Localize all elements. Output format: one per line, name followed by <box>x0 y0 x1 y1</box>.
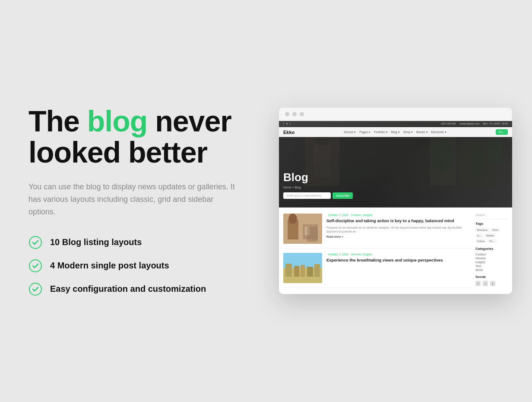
sidebar-tags-title: Tags <box>475 222 508 226</box>
blog-post-content-1: October 3, 2018 Creative, Insights Self-… <box>326 214 471 244</box>
svg-rect-18 <box>285 264 292 277</box>
nav-elements[interactable]: Elements ▾ <box>431 131 446 134</box>
nav-shop[interactable]: Shop ▾ <box>403 131 413 134</box>
feature-text-3: Easy configuration and customization <box>50 284 206 294</box>
sidebar-tags: Business Gear In... Mobile Online Po... <box>475 228 508 243</box>
browser-dot-red <box>285 112 289 116</box>
feature-item-3: Easy configuration and customization <box>28 282 253 296</box>
tag-gear[interactable]: Gear <box>491 228 500 232</box>
blog-hero-content: Blog Home » Blog Enter your e-mail addre… <box>283 171 353 199</box>
blog-subscribe-button[interactable]: Subscribe <box>332 192 353 199</box>
blog-topbar: f ● t (227) 400-630 contact@ekko.com Mon… <box>279 121 512 126</box>
description: You can use the blog to display news upd… <box>28 181 236 218</box>
svg-point-2 <box>29 283 41 295</box>
blog-sidebar: Search ... Tags Business Gear In... Mobi… <box>475 214 508 288</box>
city-thumb-svg <box>283 253 322 283</box>
office-thumb-svg <box>283 214 322 244</box>
ig-icon: ● <box>286 122 288 125</box>
tag-mobile[interactable]: Mobile <box>484 233 496 238</box>
browser-window: f ● t (227) 400-630 contact@ekko.com Mon… <box>279 108 512 294</box>
sidebar-categories-title: Categories <box>475 247 508 251</box>
post-thumbnail-1 <box>283 214 322 244</box>
feature-item-1: 10 Blog listing layouts <box>28 236 253 249</box>
post-date-1: October 3, 2018 <box>328 214 348 217</box>
svg-rect-19 <box>294 266 299 277</box>
cat-creative[interactable]: Creative <box>475 253 508 256</box>
blog-posts-main: October 3, 2018 Creative, Insights Self-… <box>283 214 471 288</box>
blog-post-title-2: Experience the breathtaking views and un… <box>326 258 471 263</box>
nav-demos[interactable]: Demos ▾ <box>344 131 356 134</box>
tag-in[interactable]: In... <box>475 233 483 238</box>
sidebar-social-icons: f i t <box>475 281 508 286</box>
features-list: 10 Blog listing layouts 4 Modern single … <box>28 236 253 296</box>
headline: The blog never looked better <box>28 106 253 168</box>
svg-point-1 <box>29 260 41 272</box>
blog-hero-title: Blog <box>283 171 353 184</box>
sidebar-categories: Creative General Insights Tech World <box>475 253 508 271</box>
left-panel: The blog never looked better You can use… <box>28 106 253 296</box>
tw-icon: t <box>290 122 291 125</box>
blog-social-icons: f ● t <box>283 122 291 125</box>
blog-logo: Ekko <box>283 130 294 135</box>
social-instagram-icon[interactable]: i <box>483 281 488 286</box>
tag-business[interactable]: Business <box>475 228 489 232</box>
tag-po[interactable]: Po... <box>488 239 496 243</box>
svg-point-13 <box>288 214 297 224</box>
right-panel: f ● t (227) 400-630 contact@ekko.com Mon… <box>279 108 512 294</box>
headline-part1: The <box>28 105 87 137</box>
blog-hero: f ● t (227) 400-630 contact@ekko.com Mon… <box>279 121 512 207</box>
svg-rect-22 <box>314 264 320 277</box>
check-icon-2 <box>28 259 42 273</box>
post-thumbnail-2 <box>283 253 322 283</box>
blog-post-meta-1: October 3, 2018 Creative, Insights <box>326 214 471 217</box>
nav-blog[interactable]: Blog ▾ <box>391 131 400 134</box>
svg-rect-15 <box>305 227 310 235</box>
blog-email-bar: Enter your e-mail address Subscribe <box>283 192 353 199</box>
blog-post-content-2: October 3, 2018 General, Insights Experi… <box>326 253 471 283</box>
blog-nav-items: Demos ▾ Pages ▾ Portfolio ▾ Blog ▾ Shop … <box>344 131 446 134</box>
nav-cta-button[interactable]: Pu... <box>496 129 508 135</box>
post-category-2: General, Insights <box>351 253 372 256</box>
post-category-1: Creative, Insights <box>351 214 372 217</box>
nav-blocks[interactable]: Blocks ▾ <box>416 131 428 134</box>
sidebar-social-title: Social <box>475 275 508 279</box>
cat-insights[interactable]: Insights <box>475 261 508 264</box>
cat-world[interactable]: World <box>475 268 508 271</box>
check-icon-3 <box>28 282 42 296</box>
cat-general[interactable]: General <box>475 257 508 260</box>
nav-pages[interactable]: Pages ▾ <box>359 131 370 134</box>
sidebar-search[interactable]: Search ... <box>475 214 508 219</box>
blog-post-item-2: October 3, 2018 General, Insights Experi… <box>283 253 471 288</box>
feature-item-2: 4 Modern single post layouts <box>28 259 253 273</box>
check-icon-1 <box>28 236 42 249</box>
browser-bar <box>279 108 512 121</box>
main-container: The blog never looked better You can use… <box>28 106 504 296</box>
social-twitter-icon[interactable]: t <box>490 281 495 286</box>
browser-dot-green <box>300 112 304 116</box>
email-info: contact@ekko.com <box>459 122 480 125</box>
browser-dot-yellow <box>292 112 297 116</box>
svg-rect-21 <box>307 267 313 277</box>
social-facebook-icon[interactable]: f <box>475 281 481 286</box>
cat-tech[interactable]: Tech <box>475 265 508 268</box>
blog-breadcrumb: Home » Blog <box>283 186 353 189</box>
blog-email-input[interactable]: Enter your e-mail address <box>283 192 331 199</box>
blog-navbar: Ekko Demos ▾ Pages ▾ Portfolio ▾ Blog ▾ … <box>279 127 512 137</box>
hours-info: Mon - Fri: 10:00 - 22:00 <box>483 122 508 125</box>
post-date-2: October 3, 2018 <box>328 253 348 256</box>
headline-accent: blog <box>87 105 148 137</box>
svg-point-0 <box>29 236 41 249</box>
blog-post-excerpt-1: Prepared do an dissuade be so whatever s… <box>326 226 471 233</box>
feature-text-2: 4 Modern single post layouts <box>50 261 169 271</box>
tag-online[interactable]: Online <box>475 239 486 243</box>
blog-post-title-1: Self-discipline and taking action is key… <box>326 218 471 223</box>
nav-portfolio[interactable]: Portfolio ▾ <box>374 131 388 134</box>
blog-post-meta-2: October 3, 2018 General, Insights <box>326 253 471 256</box>
blog-read-more-1[interactable]: Read more » <box>326 235 471 238</box>
phone-info: (227) 400-630 <box>441 122 456 125</box>
blog-post-item-1: October 3, 2018 Creative, Insights Self-… <box>283 214 471 249</box>
svg-rect-20 <box>301 265 305 277</box>
blog-contact-info: (227) 400-630 contact@ekko.com Mon - Fri… <box>441 122 508 125</box>
feature-text-1: 10 Blog listing layouts <box>50 237 142 247</box>
blog-posts-section: October 3, 2018 Creative, Insights Self-… <box>279 207 512 294</box>
